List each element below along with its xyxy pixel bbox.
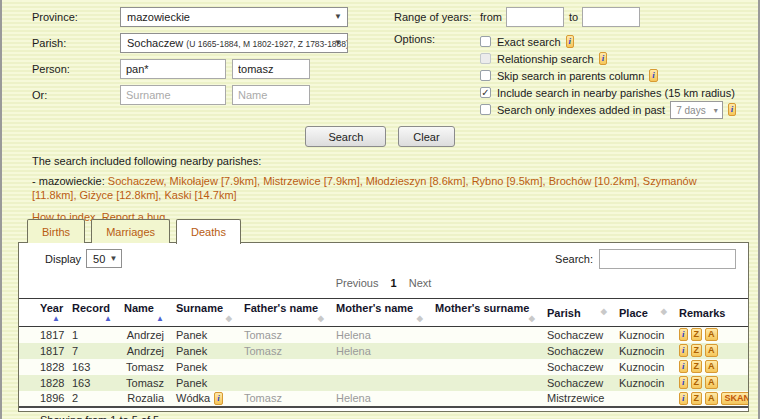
cell-year: 1817 xyxy=(19,343,66,359)
record-type-tabs: BirthsMarriagesDeaths xyxy=(18,219,247,244)
cell-mother-name: Helena xyxy=(330,327,429,343)
parish-label: Parish: xyxy=(32,37,120,49)
cell-mother-surname xyxy=(429,327,541,343)
remark-info-icon[interactable]: i xyxy=(679,328,688,341)
sort-icon: ◆ xyxy=(226,314,232,323)
parish-link[interactable]: Rybno [9.5km] xyxy=(472,175,543,187)
column-header-year[interactable]: Year▲ xyxy=(19,299,66,327)
nearby-parishes-intro: The search included following nearby par… xyxy=(32,155,741,167)
year-from-input[interactable] xyxy=(506,7,564,27)
remark-z-icon[interactable]: Z xyxy=(691,344,703,357)
remark-z-icon[interactable]: Z xyxy=(691,360,703,373)
column-header-record[interactable]: Record▲ xyxy=(66,299,118,327)
option-checkbox[interactable] xyxy=(480,70,491,81)
option-label: Skip search in parents column xyxy=(497,70,644,82)
tab-births[interactable]: Births xyxy=(27,219,85,243)
remark-a-icon[interactable]: A xyxy=(705,344,718,357)
or-surname-input[interactable] xyxy=(120,85,226,105)
info-icon[interactable]: i xyxy=(599,52,608,65)
parish-link[interactable]: Sochaczew xyxy=(108,175,164,187)
column-header-parish[interactable]: Parish◆ xyxy=(541,299,613,327)
remark-info-icon[interactable]: i xyxy=(679,344,688,357)
parish-link[interactable]: Młodzieszyn [8.6km] xyxy=(366,175,466,187)
table-toolbar: Display 50 ▼ Search: xyxy=(31,249,736,269)
cell-parish: Sochaczew xyxy=(541,359,613,375)
range-of-years-label: Range of years: xyxy=(394,11,480,23)
remark-a-icon[interactable]: A xyxy=(705,360,718,373)
column-header-label: Mother's surname xyxy=(435,302,529,314)
period-select[interactable]: 7 days▾ xyxy=(670,101,722,119)
table-row: 18962RozaliaWódkaiTomaszHelenaMistrzewic… xyxy=(19,391,748,407)
pagination-next[interactable]: Next xyxy=(409,277,432,289)
column-header-remarks[interactable]: Remarks xyxy=(673,299,748,327)
province-value: mazowieckie xyxy=(127,11,190,23)
cell-mother-name xyxy=(330,359,429,375)
info-icon[interactable]: i xyxy=(214,392,223,405)
pagination-previous[interactable]: Previous xyxy=(336,277,379,289)
clear-button[interactable]: Clear xyxy=(398,126,454,147)
option-checkbox[interactable] xyxy=(480,53,491,64)
option-checkbox[interactable] xyxy=(480,36,491,47)
option-row: Exact searchi xyxy=(480,33,736,50)
to-label: to xyxy=(569,11,578,23)
info-icon[interactable]: i xyxy=(728,103,737,116)
info-icon[interactable]: i xyxy=(566,35,575,48)
option-label: Search only indexes added in past xyxy=(497,104,665,116)
remark-z-icon[interactable]: Z xyxy=(691,328,703,341)
person-name-input[interactable] xyxy=(232,59,310,79)
cell-remarks: iZA xyxy=(673,375,748,391)
sort-icon: ◆ xyxy=(318,314,324,323)
cell-mother-name xyxy=(330,375,429,391)
remark-a-icon[interactable]: A xyxy=(705,392,718,405)
parish-link[interactable]: Brochów [10.2km] xyxy=(549,175,637,187)
table-row: 1828163TomaszPanekSochaczewKuznociniZA xyxy=(19,375,748,391)
column-header-surname[interactable]: Surname◆ xyxy=(170,299,238,327)
option-checkbox[interactable] xyxy=(480,104,491,115)
parish-link[interactable]: Mistrzewice [7.9km] xyxy=(263,175,360,187)
remark-z-icon[interactable]: Z xyxy=(691,392,703,405)
display-label: Display xyxy=(45,253,81,265)
option-label: Exact search xyxy=(497,36,561,48)
year-to-input[interactable] xyxy=(582,7,640,27)
cell-place: Kuznocin xyxy=(613,327,673,343)
info-icon[interactable]: i xyxy=(649,69,658,82)
tab-deaths[interactable]: Deaths xyxy=(176,219,241,244)
tab-marriages[interactable]: Marriages xyxy=(91,219,170,243)
column-header-father-s-name[interactable]: Father's name◆ xyxy=(238,299,330,327)
remark-a-icon[interactable]: A xyxy=(705,328,718,341)
cell-parish: Sochaczew xyxy=(541,343,613,359)
column-header-label: Place xyxy=(619,307,648,319)
cell-father-name xyxy=(238,375,330,391)
pagination-current-page[interactable]: 1 xyxy=(391,277,397,289)
option-row: ✓Include search in nearby parishes (15 k… xyxy=(480,84,736,101)
parish-link[interactable]: Giżyce [12.8km] xyxy=(80,189,159,201)
cell-record: 7 xyxy=(66,343,118,359)
display-length-select[interactable]: 50 ▼ xyxy=(86,249,122,268)
cell-remarks: iZASKAN xyxy=(673,391,748,407)
remark-info-icon[interactable]: i xyxy=(679,376,688,389)
sort-icon: ◆ xyxy=(661,307,667,316)
remark-info-icon[interactable]: i xyxy=(679,392,688,405)
column-header-place[interactable]: Place◆ xyxy=(613,299,673,327)
table-search-input[interactable] xyxy=(599,249,736,269)
parish-link[interactable]: Mikołajew [7.9km] xyxy=(170,175,257,187)
chevron-down-icon: ▼ xyxy=(334,12,342,21)
search-button[interactable]: Search xyxy=(305,126,386,147)
remark-info-icon[interactable]: i xyxy=(679,360,688,373)
column-header-mother-s-surname[interactable]: Mother's surname◆ xyxy=(429,299,541,327)
remark-z-icon[interactable]: Z xyxy=(691,376,703,389)
province-select[interactable]: mazowieckie ▼ xyxy=(120,7,348,27)
parish-link[interactable]: Kaski [14.7km] xyxy=(164,189,236,201)
skan-button[interactable]: SKAN xyxy=(721,392,748,405)
parish-select[interactable]: Sochaczew (U 1665-1884, M 1802-1927, Z 1… xyxy=(120,33,348,53)
option-label: Relationship search xyxy=(497,53,594,65)
or-name-input[interactable] xyxy=(232,85,310,105)
column-header-mother-s-name[interactable]: Mother's name◆ xyxy=(330,299,429,327)
column-header-label: Record xyxy=(72,302,110,314)
remark-a-icon[interactable]: A xyxy=(705,376,718,389)
pagination: Previous 1 Next xyxy=(19,277,748,291)
nearby-parishes-section: The search included following nearby par… xyxy=(5,155,755,223)
person-surname-input[interactable] xyxy=(120,59,226,79)
column-header-name[interactable]: Name▲ xyxy=(118,299,170,327)
option-checkbox[interactable]: ✓ xyxy=(480,87,491,98)
